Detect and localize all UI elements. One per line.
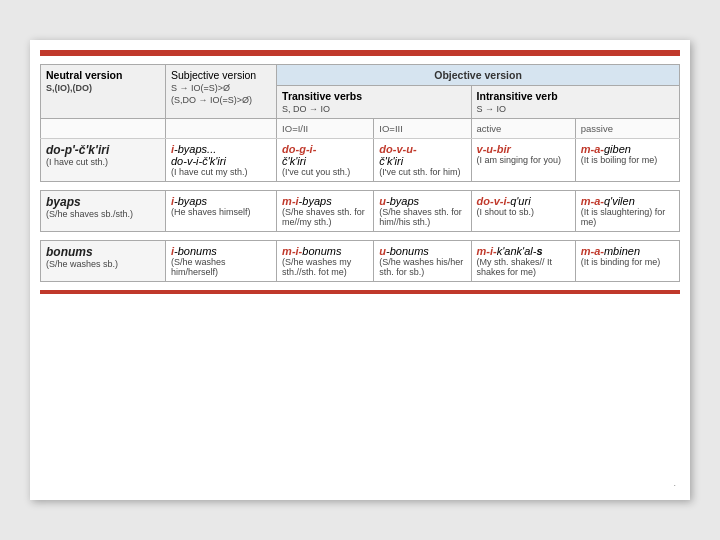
row2-neutral-main: byaps xyxy=(46,195,160,209)
neutral-header: Neutral version S,(IO),(DO) xyxy=(41,65,166,119)
passive-label: passive xyxy=(581,123,613,134)
row1-neutral-main: do-p'-č'k'iri xyxy=(46,143,160,157)
row1-neutral-sub: (I have cut sth.) xyxy=(46,157,160,167)
row1-trans-io1: do-g-i- č'k'iri (I've cut you sth.) xyxy=(277,139,374,182)
subj-sub1: S → IO(=S)>Ø xyxy=(171,83,230,93)
row2-intr-pass: m-a-q'vilen (It is slaughtering) for me) xyxy=(575,191,679,232)
subheader-io1: IO=I/II xyxy=(277,119,374,139)
row3-trans-io1-sub: (S/he washes my sth.//sth. fot me) xyxy=(282,257,368,277)
row2-neutral: byaps (S/he shaves sb./sth.) xyxy=(41,191,166,232)
row3-subj-sub: (S/he washes him/herself) xyxy=(171,257,271,277)
subheader-passive: passive xyxy=(575,119,679,139)
row2-subj-sub: (He shaves himself) xyxy=(171,207,271,217)
subjective-header: Subjective version S → IO(=S)>Ø (S,DO → … xyxy=(166,65,277,119)
row1-subj-text: do-v-i-č'k'iri xyxy=(171,155,271,167)
row3-trans-io1: m-i-bonums (S/he washes my sth.//sth. fo… xyxy=(277,241,374,282)
transitive-header: Transitive verbs S, DO → IO xyxy=(277,86,471,119)
transitive-sub: S, DO → IO xyxy=(282,104,330,114)
row1-subj-main: -byaps... xyxy=(174,143,216,155)
table-row: do-p'-č'k'iri (I have cut sth.) i-byaps.… xyxy=(41,139,680,182)
row2-neutral-sub: (S/he shaves sb./sth.) xyxy=(46,209,160,219)
objective-header-row: Neutral version S,(IO),(DO) Subjective v… xyxy=(41,65,680,86)
row2-subj: i-byaps (He shaves himself) xyxy=(166,191,277,232)
subheader-active: active xyxy=(471,119,575,139)
table-row: bonums (S/he washes sb.) i-bonums (S/he … xyxy=(41,241,680,282)
row1-intr-pass-sub: (It is boiling for me) xyxy=(581,155,674,165)
row-separator-1 xyxy=(41,182,680,191)
row2-intr-act: do-v-i-q'uri (I shout to sb.) xyxy=(471,191,575,232)
row1-subj-sub: (I have cut my sth.) xyxy=(171,167,271,177)
row1-neutral: do-p'-č'k'iri (I have cut sth.) xyxy=(41,139,166,182)
row3-intr-act: m-i-k'ank'al-s (My sth. shakes// It shak… xyxy=(471,241,575,282)
io2-label: IO=III xyxy=(379,123,403,134)
row1-trans-io2-text: č'k'iri xyxy=(379,155,465,167)
row2-trans-io1-sub: (S/he shaves sth. for me//my sth.) xyxy=(282,207,368,227)
row1-trans-io2: do-v-u- č'k'iri (I've cut sth. for him) xyxy=(374,139,471,182)
transitive-label: Transitive verbs xyxy=(282,90,362,102)
row1-trans-io1-text: č'k'iri xyxy=(282,155,368,167)
row3-neutral: bonums (S/he washes sb.) xyxy=(41,241,166,282)
main-table: Neutral version S,(IO),(DO) Subjective v… xyxy=(40,64,680,282)
row-separator-2 xyxy=(41,232,680,241)
row2-trans-io1: m-i-byaps (S/he shaves sth. for me//my s… xyxy=(277,191,374,232)
row1-intr-act: v-u-bir (I am singing for you) xyxy=(471,139,575,182)
row3-neutral-sub: (S/he washes sb.) xyxy=(46,259,160,269)
row2-trans-io2: u-byaps (S/he shaves sth. for him//his s… xyxy=(374,191,471,232)
row1-intr-pass: m-a-giben (It is boiling for me) xyxy=(575,139,679,182)
row1-intr-act-sub: (I am singing for you) xyxy=(477,155,570,165)
row2-intr-act-sub: (I shout to sb.) xyxy=(477,207,570,217)
top-bar xyxy=(40,50,680,56)
row3-trans-io2-sub: (S/he washes his/her sth. for sb.) xyxy=(379,257,465,277)
slide-container: Neutral version S,(IO),(DO) Subjective v… xyxy=(30,40,690,500)
objective-label: Objective version xyxy=(434,69,522,81)
io1-label: IO=I/II xyxy=(282,123,308,134)
page-number: . xyxy=(673,478,676,488)
row2-intr-pass-sub: (It is slaughtering) for me) xyxy=(581,207,674,227)
row2-trans-io2-sub: (S/he shaves sth. for him//his sth.) xyxy=(379,207,465,227)
intransitive-header: Intransitive verb S → IO xyxy=(471,86,679,119)
row3-trans-io2: u-bonums (S/he washes his/her sth. for s… xyxy=(374,241,471,282)
subj-label: Subjective version xyxy=(171,69,256,81)
intransitive-sub: S → IO xyxy=(477,104,507,114)
intransitive-label: Intransitive verb xyxy=(477,90,558,102)
subj-sub2: (S,DO → IO(=S)>Ø) xyxy=(171,95,252,105)
neutral-label: Neutral version xyxy=(46,69,122,81)
row3-subj: i-bonums (S/he washes him/herself) xyxy=(166,241,277,282)
active-label: active xyxy=(477,123,502,134)
subheader-io2: IO=III xyxy=(374,119,471,139)
row3-intr-act-sub: (My sth. shakes// It shakes for me) xyxy=(477,257,570,277)
row1-subj: i-byaps... do-v-i-č'k'iri (I have cut my… xyxy=(166,139,277,182)
row3-intr-pass: m-a-mbinen (It is binding for me) xyxy=(575,241,679,282)
objective-header: Objective version xyxy=(277,65,680,86)
bottom-bar xyxy=(40,290,680,294)
row3-neutral-main: bonums xyxy=(46,245,160,259)
subheader-row: IO=I/II IO=III active passive xyxy=(41,119,680,139)
subheader-neutral-empty xyxy=(41,119,166,139)
row1-trans-io2-sub: (I've cut sth. for him) xyxy=(379,167,465,177)
row3-intr-pass-sub: (It is binding for me) xyxy=(581,257,674,267)
row1-trans-io1-sub: (I've cut you sth.) xyxy=(282,167,368,177)
table-row: byaps (S/he shaves sb./sth.) i-byaps (He… xyxy=(41,191,680,232)
subheader-subj-empty xyxy=(166,119,277,139)
neutral-sub: S,(IO),(DO) xyxy=(46,83,92,93)
